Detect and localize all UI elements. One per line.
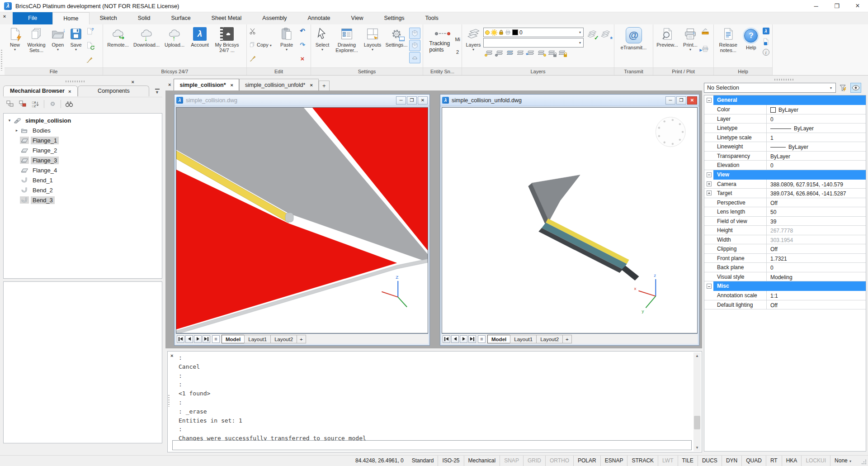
minus-box-icon[interactable] (707, 172, 712, 177)
property-value[interactable]: 1.7321 (767, 254, 866, 263)
property-value[interactable]: 0 (767, 263, 866, 272)
status-toggle-esnap[interactable]: ESNAP (600, 456, 627, 466)
property-value[interactable]: ByLayer (767, 124, 866, 133)
next-layout-icon[interactable] (194, 335, 202, 343)
scroll-down-icon[interactable]: ▼ (693, 444, 701, 451)
new-layout-tab[interactable]: + (562, 335, 572, 343)
section-collapse-icon[interactable] (704, 95, 713, 105)
tree-item-flange-4[interactable]: Flange_4 (4, 165, 162, 175)
ribbon-close-icon[interactable]: × (1, 14, 8, 19)
property-row-layer[interactable]: Layer0 (704, 114, 866, 124)
plus-box-icon[interactable] (707, 190, 712, 195)
command-panel-drag-handle[interactable] (168, 395, 170, 407)
layout-tab-model[interactable]: Model (222, 335, 245, 343)
child-close-button[interactable]: ✕ (687, 96, 697, 105)
child-minimize-button[interactable]: ─ (665, 96, 675, 105)
minus-box-icon[interactable] (707, 98, 712, 103)
property-row-front-plane[interactable]: Front plane1.7321 (704, 254, 866, 263)
scroll-thumb[interactable] (694, 416, 700, 429)
section-collapse-icon[interactable] (704, 281, 713, 291)
download-button[interactable]: ↓ Download... (132, 26, 161, 67)
tracking-points-icon[interactable] (435, 29, 450, 38)
ribbon-tab-file[interactable]: File (13, 12, 52, 24)
layout-tab-layout2[interactable]: Layout2 (536, 335, 563, 343)
child-title-bar[interactable]: λ simple_collision_unfold.dwg ─ ❐ ✕ (440, 95, 699, 106)
plus-box-icon[interactable] (707, 181, 712, 186)
panel-drag-handle[interactable] (66, 81, 85, 82)
layer-unisolate-tool-icon[interactable] (516, 50, 524, 56)
layout-tab-layout1[interactable]: Layout1 (510, 335, 537, 343)
status-toggle-grid[interactable]: GRID (523, 456, 545, 466)
property-row-width[interactable]: Width303.1954 (704, 235, 866, 245)
print-button[interactable]: Print... ▾ (680, 26, 701, 67)
property-value[interactable]: 1 (767, 133, 866, 142)
last-layout-icon[interactable] (468, 335, 476, 343)
layout-tab-layout2[interactable]: Layout2 (270, 335, 297, 343)
status-toggle-strack[interactable]: STRACK (627, 456, 658, 466)
status-toggle-polar[interactable]: POLAR (573, 456, 600, 466)
first-layout-icon[interactable] (177, 335, 184, 343)
tree-item-bend-3[interactable]: Bend_3 (4, 195, 162, 205)
preview-button[interactable]: Preview... (655, 26, 680, 67)
about-info-icon[interactable]: i (762, 48, 770, 56)
tree-item-flange-2[interactable]: Flange_2 (4, 145, 162, 155)
layer-on-tool-icon[interactable] (485, 50, 493, 56)
quick-select-funnel-icon[interactable] (838, 83, 849, 93)
property-row-field-of-view[interactable]: Field of view39 (704, 217, 866, 226)
view-cube-front-button[interactable] (409, 40, 420, 51)
layouts-button[interactable]: Layouts ▾ (361, 26, 384, 67)
tree-item-flange-1[interactable]: Flange_1 (4, 135, 162, 145)
new-layout-tab[interactable]: + (297, 335, 306, 343)
drawing-canvas-unfold[interactable]: Z (176, 107, 428, 333)
status-toggle-standard[interactable]: Standard (408, 456, 438, 466)
ribbon-tab-sketch[interactable]: Sketch (90, 12, 127, 24)
ribbon-tab-view[interactable]: View (341, 12, 374, 24)
status-toggle-ducs[interactable]: DUCS (698, 456, 722, 466)
property-row-camera[interactable]: Camera388.0809, 627.9154, -140.579 (704, 180, 866, 189)
plot-scale-icon[interactable] (702, 27, 709, 35)
property-value[interactable]: Off (767, 198, 866, 207)
tree-expander-icon[interactable]: ▾ (6, 118, 13, 123)
layer-state-combo[interactable]: ▾ (483, 38, 584, 48)
drawing-canvas-model[interactable]: z x y (442, 107, 698, 333)
property-row-elevation[interactable]: Elevation0 (704, 161, 866, 170)
layers-button[interactable]: Layers ▾ (463, 26, 483, 67)
property-row-clipping[interactable]: ClippingOff (704, 244, 866, 254)
maximize-button[interactable]: ❐ (826, 0, 847, 12)
command-input[interactable] (172, 440, 692, 450)
ribbon-tab-tools[interactable]: Tools (415, 12, 449, 24)
property-row-default-lighting[interactable]: Default lightingOff (704, 300, 866, 310)
property-row-height[interactable]: Height267.7778 (704, 226, 866, 235)
property-value[interactable]: Off (767, 244, 866, 253)
ribbon-drag-handle[interactable] (1, 50, 2, 71)
status-toggle-none[interactable]: None ▾ (830, 456, 856, 466)
property-row-lens-length[interactable]: Lens length50 (704, 207, 866, 217)
child-maximize-button[interactable]: ❐ (407, 96, 417, 105)
release-notes-button[interactable]: Release notes... (715, 26, 741, 67)
property-value[interactable]: Modeling (767, 272, 866, 281)
resize-grip[interactable] (861, 459, 867, 465)
panel-menu-icon[interactable]: ▼ (155, 89, 162, 96)
view-dome-button[interactable] (409, 52, 420, 63)
tab-close-icon[interactable]: × (68, 89, 71, 94)
etransmit-button[interactable]: @ eTransmit... (617, 26, 651, 67)
help-button[interactable]: ? Help (741, 26, 761, 67)
status-toggle-iso-25[interactable]: ISO-25 (438, 456, 463, 466)
selection-combo[interactable]: No Selection ▾ (704, 83, 836, 93)
property-value[interactable]: 1:1 (767, 291, 866, 300)
bricsys-site-icon[interactable]: λ (762, 27, 770, 35)
layer-freeze-tool-icon[interactable]: * (527, 50, 535, 56)
layout-tab-layout1[interactable]: Layout1 (244, 335, 271, 343)
child-title-bar[interactable]: λ simple_collision.dwg ─ ❐ ✕ (175, 95, 429, 106)
section-collapse-icon[interactable] (704, 170, 713, 180)
document-close-icon[interactable]: × (168, 82, 171, 87)
layer-lock-tool-icon[interactable] (547, 50, 556, 56)
property-row-back-plane[interactable]: Back plane0 (704, 263, 866, 272)
property-value[interactable]: 0 (767, 161, 866, 170)
child-close-button[interactable]: ✕ (418, 96, 428, 105)
doc-tab-close-icon[interactable]: × (310, 82, 312, 88)
previous-layout-icon[interactable] (185, 335, 193, 343)
layer-thaw-tool-icon[interactable] (537, 50, 545, 56)
window-simple-collision-unfold[interactable]: λ simple_collision.dwg ─ ❐ ✕ (174, 94, 430, 346)
ribbon-tab-assembly[interactable]: Assembly (252, 12, 297, 24)
